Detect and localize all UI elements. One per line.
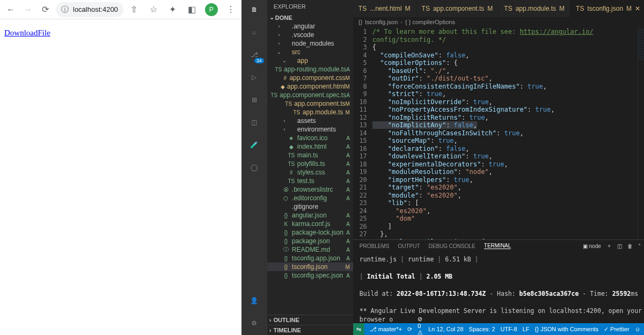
editor-tabs: TS...nent.htmlMTSapp.component.tsMTSapp.… (353, 0, 644, 17)
terminal-dropdown[interactable]: ▣ node (583, 243, 601, 249)
maximize-icon[interactable]: ˄ (638, 243, 641, 249)
explorer-title: EXPLORER (267, 0, 353, 13)
activity-bar: 🗎 ⌕ ⎇ ▷ ⊞ ◫ 🧪 ◯ 👤 ⚙ (241, 0, 267, 335)
line-gutter: 1234567891011121314151617181920212223242… (353, 27, 372, 239)
tree-item[interactable]: ◆index.htmlA (267, 142, 353, 151)
panel-tabs: PROBLEMSOUTPUTDEBUG CONSOLETERMINAL ▣ no… (353, 240, 644, 252)
account-icon[interactable]: 👤 (248, 294, 261, 307)
tree-item[interactable]: .gitignore (267, 202, 353, 211)
panel-tab-debug-console[interactable]: DEBUG CONSOLE (429, 243, 475, 249)
new-terminal-icon[interactable]: ＋ (606, 242, 612, 250)
tree-item[interactable]: TSmain.tsA (267, 151, 353, 159)
tree-item[interactable]: {}package-lock.jsonA (267, 228, 353, 237)
language-mode[interactable]: {} JSON with Comments (535, 326, 599, 332)
tree-item[interactable]: TSpolyfills.tsA (267, 159, 353, 168)
cursor-position[interactable]: Ln 12, Col 28 (428, 326, 463, 332)
tree-item[interactable]: {}tsconfig.app.jsonA (267, 254, 353, 263)
encoding[interactable]: UTF-8 (501, 326, 517, 332)
panel-tab-terminal[interactable]: TERMINAL (484, 243, 511, 249)
prettier[interactable]: ✓ Prettier (604, 326, 629, 333)
tree-item[interactable]: ›environments (267, 125, 353, 134)
editor-area: TS...nent.htmlMTSapp.component.tsMTSapp.… (353, 0, 644, 335)
download-file-link[interactable]: DownloadFile (4, 28, 50, 37)
tree-item[interactable]: #styles.cssA (267, 168, 353, 177)
sidepanel-icon[interactable]: ◧ (186, 3, 199, 16)
scm-icon[interactable]: ⎇ (248, 48, 261, 61)
trash-icon[interactable]: 🗑 (627, 243, 633, 249)
remote-button[interactable]: ⇋ (353, 323, 364, 335)
settings-icon[interactable]: ⚙ (248, 317, 261, 330)
tree-item[interactable]: {}angular.jsonA (267, 211, 353, 220)
share-icon[interactable]: ⇧ (128, 3, 141, 16)
terminal-output[interactable]: runtime.js | runtime | 6.51 kB | | Initi… (353, 252, 644, 323)
reload-button[interactable]: ⟳ (39, 3, 52, 16)
page-content: DownloadFile (0, 19, 241, 46)
explorer-icon[interactable]: 🗎 (248, 3, 261, 16)
avatar[interactable]: P (205, 3, 218, 16)
url-text: localhost:4200 (73, 5, 118, 13)
workspace-section[interactable]: ⌄DONE (267, 13, 353, 22)
problems-indicator[interactable]: ⊘ 0 ⚠ 0 (418, 316, 423, 335)
split-terminal-icon[interactable]: ◫ (617, 243, 622, 249)
debug-icon[interactable]: ▷ (248, 71, 261, 84)
browser-toolbar: ← → ⟳ ⓘ localhost:4200 ⇧ ☆ ✦ ◧ P ⋮ (0, 0, 241, 19)
remote-icon[interactable]: ◫ (248, 116, 261, 129)
vscode-window: 🗎 ⌕ ⎇ ▷ ⊞ ◫ 🧪 ◯ 👤 ⚙ EXPLORER ⌄DONE ›.ang… (241, 0, 644, 335)
tree-item[interactable]: ⬡.editorconfigA (267, 194, 353, 202)
bookmark-icon[interactable]: ☆ (147, 3, 160, 16)
editor-tab[interactable]: TSapp.module.tsM (499, 0, 570, 17)
outline-section[interactable]: ›OUTLINE (267, 315, 353, 325)
tree-item[interactable]: ⦿.browserslistrcA (267, 185, 353, 194)
tree-item[interactable]: #app.component.cssM (267, 74, 353, 82)
tree-item[interactable]: ◆app.component.htmlM (267, 82, 353, 91)
breadcrumb-file-icon: {} (358, 19, 362, 25)
panel-actions: ▣ node ＋ ◫ 🗑 ˄ ✕ (583, 242, 644, 250)
tree-item[interactable]: ›assets (267, 116, 353, 125)
tree-item[interactable]: ★favicon.icoA (267, 134, 353, 142)
tree-item[interactable]: TSapp.component.spec.tsA (267, 91, 353, 99)
tree-item[interactable]: {}package.jsonA (267, 237, 353, 245)
url-bar[interactable]: ⓘ localhost:4200 (56, 2, 123, 17)
editor-tab[interactable]: TSapp.component.tsM (416, 0, 499, 17)
tree-item[interactable]: TSapp-routing.module.tsA (267, 65, 353, 74)
indentation[interactable]: Spaces: 2 (469, 326, 495, 332)
file-tree: ›.angular›.vscode›node_modules⌄src⌄appTS… (267, 22, 353, 315)
editor-tab[interactable]: TS...nent.htmlM (353, 0, 416, 17)
testing-icon[interactable]: 🧪 (248, 139, 261, 151)
status-bar: ⇋ ⎇ master*+ ⟳ ⊘ 0 ⚠ 0 Ln 12, Col 28 Spa… (353, 323, 644, 335)
extensions-icon[interactable]: ⊞ (248, 93, 261, 106)
tree-item[interactable]: ⌄src (267, 48, 353, 56)
branch-indicator[interactable]: ⎇ master*+ (370, 326, 402, 333)
tree-item[interactable]: Kkarma.conf.jsA (267, 220, 353, 228)
timeline-section[interactable]: ›TIMELINE (267, 325, 353, 335)
minimap[interactable] (638, 27, 644, 239)
sync-button[interactable]: ⟳ (407, 326, 412, 333)
back-button[interactable]: ← (4, 3, 17, 16)
tree-item[interactable]: {}tsconfig.spec.jsonA (267, 271, 353, 280)
tree-item[interactable]: ›.angular (267, 22, 353, 31)
extensions-icon[interactable]: ✦ (166, 3, 179, 16)
tree-item[interactable]: ⌄app (267, 56, 353, 65)
menu-icon[interactable]: ⋮ (224, 3, 237, 16)
forward-button[interactable]: → (21, 3, 34, 16)
panel-tab-problems[interactable]: PROBLEMS (360, 243, 390, 249)
code-editor[interactable]: 1234567891011121314151617181920212223242… (353, 27, 644, 239)
sidebar: EXPLORER ⌄DONE ›.angular›.vscode›node_mo… (267, 0, 353, 335)
panel-tab-output[interactable]: OUTPUT (398, 243, 420, 249)
feedback-icon[interactable]: ☺ (635, 326, 641, 332)
tree-item[interactable]: TSapp.component.tsM (267, 99, 353, 108)
code-content[interactable]: /* To learn more about this file see: ht… (372, 27, 638, 239)
tree-item[interactable]: ⓘREADME.mdA (267, 245, 353, 254)
tree-item[interactable]: ›.vscode (267, 31, 353, 39)
tree-item[interactable]: ›node_modules (267, 39, 353, 48)
bottom-panel: PROBLEMSOUTPUTDEBUG CONSOLETERMINAL ▣ no… (353, 239, 644, 323)
editor-tab[interactable]: TStsconfig.jsonM✕ (570, 0, 644, 17)
eol[interactable]: LF (523, 326, 530, 332)
tree-item[interactable]: {}tsconfig.jsonM (267, 263, 353, 271)
github-icon[interactable]: ◯ (248, 161, 261, 174)
search-icon[interactable]: ⌕ (248, 26, 261, 39)
browser-window: ← → ⟳ ⓘ localhost:4200 ⇧ ☆ ✦ ◧ P ⋮ Downl… (0, 0, 241, 335)
tree-item[interactable]: TStest.tsA (267, 177, 353, 185)
tree-item[interactable]: TSapp.module.tsM (267, 108, 353, 116)
breadcrumb[interactable]: {} tsconfig.json › { } compilerOptions (353, 17, 644, 27)
